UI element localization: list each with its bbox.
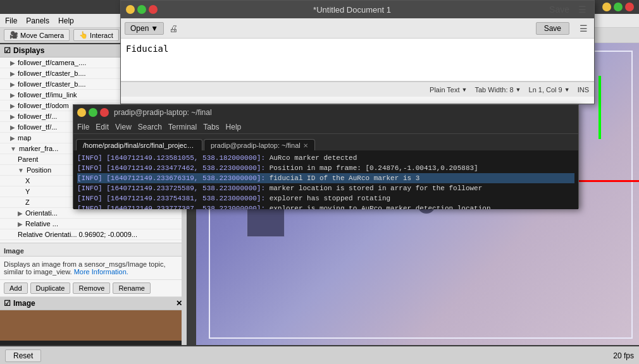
red-line <box>576 180 639 182</box>
tree-item-orientation[interactable]: ▶ Orientati... <box>0 208 186 219</box>
arrow-icon-position: ▼ <box>18 167 24 174</box>
arrow-icon-relative: ▶ <box>18 221 23 228</box>
displays-label: Displays <box>13 46 44 55</box>
gedit-save-main-btn[interactable]: Save <box>536 22 569 35</box>
terminal-title: pradip@pradip-laptop: ~/final <box>114 108 212 117</box>
terminal-line-3: [INFO] [1640712149.233725589, 538.223000… <box>77 183 574 193</box>
terminal-menu-terminal[interactable]: Terminal <box>168 123 197 131</box>
tree-item-relative-orient[interactable]: Relative Orientati... 0.96902; -0.0009..… <box>0 229 186 240</box>
tab-width-arrow: ▼ <box>516 87 521 93</box>
terminal-menubar: File Edit View Search Terminal Tabs Help <box>73 120 578 134</box>
arrow-icon-5: ▶ <box>10 113 15 120</box>
image-panel-title: Image <box>13 299 35 308</box>
panel-checkbox[interactable]: ☑ <box>4 46 11 55</box>
interact-button[interactable]: 👆 Interact <box>73 29 119 41</box>
minimize-button[interactable] <box>602 3 611 11</box>
terminal-tab-1[interactable]: /home/pradip/final/src/final_project/lau… <box>76 139 202 150</box>
gedit-titlebar: *Untitled Document 1 Save ☰ <box>121 1 594 18</box>
add-button[interactable]: Add <box>4 282 28 294</box>
gedit-window: *Untitled Document 1 Save ☰ Open ▼ 🖨 Sav… <box>120 0 595 104</box>
terminal-menu-view[interactable]: View <box>115 123 132 131</box>
camera-icon: 🎥 <box>9 31 18 39</box>
green-line <box>599 76 601 139</box>
image-checkbox[interactable]: ☑ <box>4 299 11 308</box>
terminal-content: [INFO] [1640712149.123581055, 538.182000… <box>73 150 578 209</box>
reset-button[interactable]: Reset <box>5 349 41 362</box>
menu-help[interactable]: Help <box>58 16 74 25</box>
gedit-position: Ln 1, Col 9 ▼ <box>529 86 570 94</box>
arrow-icon-0: ▶ <box>10 59 15 66</box>
arrow-icon-2: ▶ <box>10 81 15 88</box>
terminal-line-1: [INFO] [1640712149.233477462, 538.223000… <box>77 163 574 173</box>
gedit-text-content: Fiducial <box>126 44 168 54</box>
arrow-icon-orientation: ▶ <box>18 210 23 217</box>
gedit-close-btn[interactable] <box>149 5 158 14</box>
terminal-line-0: [INFO] [1640712149.123581055, 538.182000… <box>77 153 574 163</box>
gedit-content[interactable]: Fiducial <box>121 39 594 82</box>
gedit-open-arrow: ▼ <box>151 24 158 33</box>
image-preview <box>0 310 187 345</box>
terminal-menu-help[interactable]: Help <box>226 123 242 131</box>
image-button-row: Add Duplicate Remove Rename <box>0 280 186 297</box>
gedit-save-button[interactable]: Save <box>547 3 572 16</box>
image-description: Displays an image from a sensor_msgs/Ima… <box>0 257 186 280</box>
arrow-icon-1: ▶ <box>10 70 15 77</box>
terminal-window-controls <box>77 108 109 117</box>
terminal-window: pradip@pradip-laptop: ~/final File Edit … <box>73 104 579 209</box>
terminal-tab2-close[interactable]: ✕ <box>303 142 308 149</box>
terminal-minimize-btn[interactable] <box>77 108 86 117</box>
arrow-icon-3: ▶ <box>10 92 15 99</box>
terminal-tabs: /home/pradip/final/src/final_project/lau… <box>73 134 578 150</box>
menu-panels[interactable]: Panels <box>26 16 49 25</box>
close-button[interactable] <box>625 3 634 11</box>
arrow-icon-6: ▶ <box>10 124 15 131</box>
terminal-tab-2[interactable]: pradip@pradip-laptop: ~/final ✕ <box>204 139 315 150</box>
move-camera-button[interactable]: 🎥 Move Camera <box>4 29 70 41</box>
terminal-menu-edit[interactable]: Edit <box>96 123 109 131</box>
gedit-plain-text[interactable]: Plain Text ▼ <box>430 86 467 94</box>
more-info-link[interactable]: More Information. <box>74 268 128 276</box>
gedit-toolbar: Open ▼ 🖨 Save ☰ <box>121 18 594 39</box>
image-section-label: Image <box>0 243 186 257</box>
gedit-title: *Untitled Document 1 <box>313 5 391 15</box>
gedit-maximize-btn[interactable] <box>137 5 146 14</box>
terminal-maximize-btn[interactable] <box>89 108 97 117</box>
terminal-menu-file[interactable]: File <box>77 123 89 131</box>
plain-text-arrow: ▼ <box>462 87 468 93</box>
menu-file[interactable]: File <box>5 16 17 25</box>
arrow-icon-map: ▶ <box>10 135 15 142</box>
terminal-line-2: [INFO] [1640712149.233676319, 538.223000… <box>77 173 574 183</box>
position-arrow: ▼ <box>564 87 570 93</box>
gedit-statusbar: Plain Text ▼ Tab Width: 8 ▼ Ln 1, Col 9 … <box>121 82 594 97</box>
tree-item-relative[interactable]: ▶ Relative ... <box>0 219 186 229</box>
statusbar: Reset 20 fps <box>0 346 639 364</box>
terminal-line-4: [INFO] [1640712149.233754381, 538.223000… <box>77 193 574 203</box>
gedit-open-button[interactable]: Open ▼ <box>125 22 164 35</box>
maximize-button[interactable] <box>614 3 623 11</box>
gedit-minimize-btn[interactable] <box>126 5 135 14</box>
terminal-close-btn[interactable] <box>100 108 109 117</box>
terminal-line-5: [INFO] [1640712149.233777387, 538.223000… <box>77 203 574 209</box>
arrow-icon-marker: ▼ <box>10 145 16 152</box>
arrow-icon-4: ▶ <box>10 102 15 109</box>
gedit-window-controls <box>126 5 158 14</box>
rename-button[interactable]: Rename <box>113 282 151 294</box>
terminal-menu-search[interactable]: Search <box>138 123 162 131</box>
gedit-print-icon[interactable]: 🖨 <box>166 22 180 35</box>
fps-display: 20 fps <box>613 351 634 360</box>
terminal-titlebar: pradip@pradip-laptop: ~/final <box>73 105 578 120</box>
remove-button[interactable]: Remove <box>73 282 110 294</box>
duplicate-button[interactable]: Duplicate <box>30 282 71 294</box>
gedit-extra-icon[interactable]: ☰ <box>577 22 590 35</box>
gedit-menu-icon[interactable]: ☰ <box>576 3 589 16</box>
gedit-tab-width[interactable]: Tab Width: 8 ▼ <box>475 86 521 94</box>
gedit-right-controls: Save ☰ <box>547 3 589 16</box>
image-subpanel-header: ☑ Image ✕ <box>0 297 186 310</box>
terminal-menu-tabs[interactable]: Tabs <box>203 123 219 131</box>
interact-icon: 👆 <box>79 31 88 39</box>
rviz-titlebar-buttons <box>602 3 634 11</box>
gedit-ins: INS <box>578 86 589 94</box>
